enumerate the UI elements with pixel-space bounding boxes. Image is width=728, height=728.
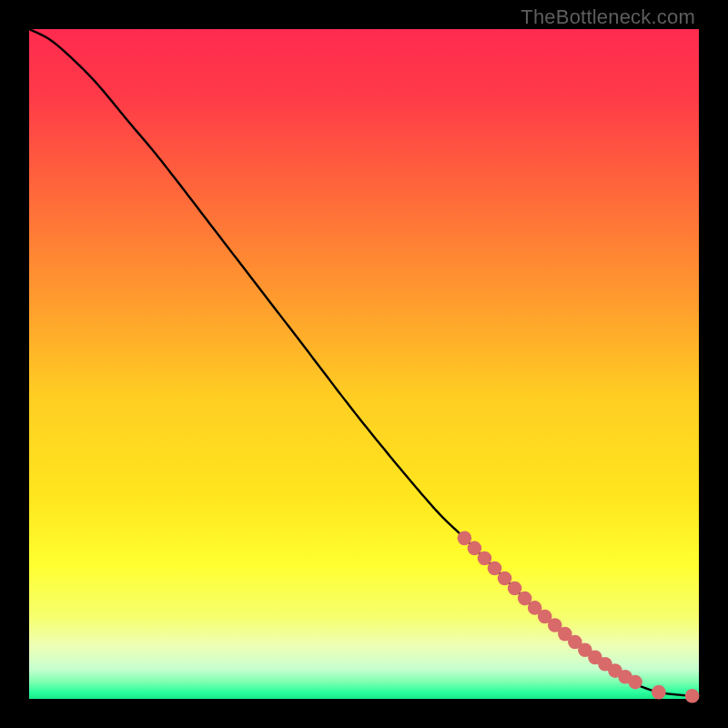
data-point bbox=[458, 531, 472, 546]
chart-canvas bbox=[0, 0, 728, 728]
data-point bbox=[628, 675, 642, 690]
data-point bbox=[685, 689, 700, 703]
chart-frame: TheBottleneck.com bbox=[0, 0, 728, 728]
data-point bbox=[488, 561, 502, 576]
plot-background bbox=[29, 29, 699, 699]
watermark-text: TheBottleneck.com bbox=[521, 5, 695, 29]
data-point bbox=[508, 581, 522, 596]
data-point bbox=[468, 541, 482, 556]
data-point bbox=[498, 571, 512, 586]
data-point bbox=[652, 685, 666, 700]
data-point bbox=[478, 551, 492, 566]
